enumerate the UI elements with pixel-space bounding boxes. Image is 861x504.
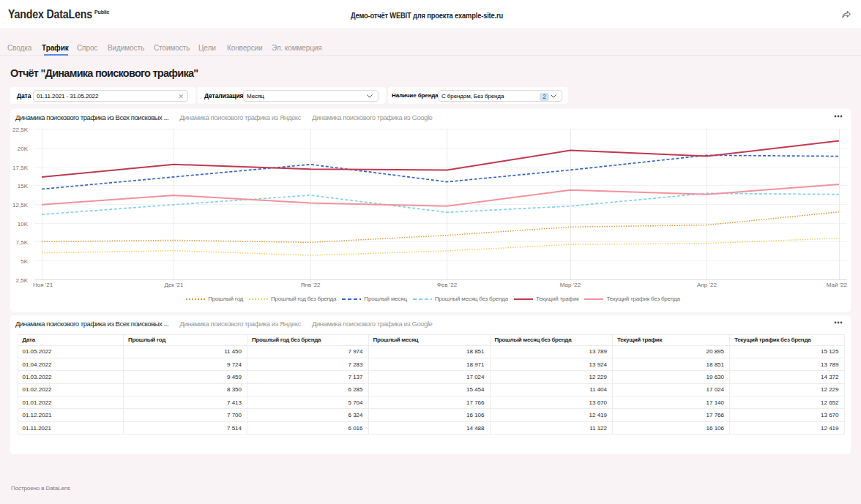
svg-text:Ноя '21: Ноя '21 <box>33 282 53 288</box>
svg-text:Янв '22: Янв '22 <box>300 282 321 288</box>
svg-text:10K: 10K <box>18 221 29 227</box>
svg-text:17,5K: 17,5K <box>12 165 29 171</box>
svg-text:Фев '22: Фев '22 <box>437 282 458 288</box>
svg-text:12,5K: 12,5K <box>12 202 29 208</box>
svg-text:Дек '21: Дек '21 <box>164 282 184 288</box>
svg-text:2,5K: 2,5K <box>16 277 29 284</box>
svg-text:Мар '22: Мар '22 <box>560 282 581 288</box>
svg-text:Май '22: Май '22 <box>827 282 848 288</box>
svg-text:20K: 20K <box>18 146 29 152</box>
svg-text:22,5K: 22,5K <box>12 127 29 133</box>
svg-text:5K: 5K <box>20 258 28 265</box>
svg-text:7,5K: 7,5K <box>16 239 29 246</box>
svg-text:15K: 15K <box>18 183 29 189</box>
svg-text:Апр '22: Апр '22 <box>697 282 717 288</box>
